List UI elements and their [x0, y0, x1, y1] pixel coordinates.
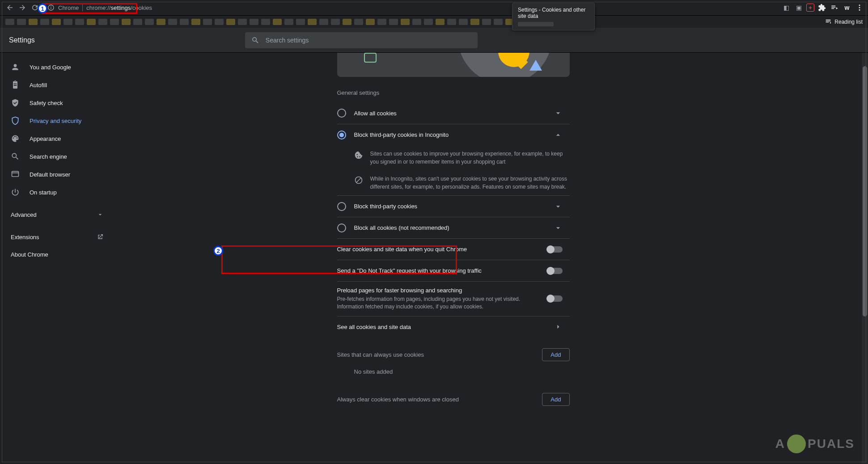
extensions-puzzle-icon[interactable]	[817, 3, 827, 13]
bookmark-item[interactable]	[273, 19, 282, 25]
bookmark-item[interactable]	[168, 19, 177, 25]
bookmark-item[interactable]	[494, 19, 503, 25]
bookmark-item[interactable]	[122, 19, 131, 25]
sidebar-item-appearance[interactable]: Appearance	[0, 130, 114, 148]
search-icon	[251, 36, 259, 44]
bookmark-item[interactable]	[110, 19, 119, 25]
search-settings-input[interactable]: Search settings	[245, 32, 478, 48]
bookmark-item[interactable]	[64, 19, 72, 25]
bookmark-item[interactable]	[319, 19, 328, 25]
bookmark-item[interactable]	[261, 19, 270, 25]
scrollbar-track[interactable]	[862, 53, 868, 464]
block-icon	[354, 176, 363, 185]
bookmark-item[interactable]	[40, 19, 49, 25]
option-block-third-party-incognito[interactable]: Block third-party cookies in Incognito	[337, 124, 570, 145]
option-block-all-cookies[interactable]: Block all cookies (not recommended)	[337, 217, 570, 238]
reading-list-button[interactable]: Reading list	[825, 18, 863, 25]
svg-point-1	[51, 6, 51, 7]
bookmark-item[interactable]	[226, 19, 235, 25]
sidebar-advanced-toggle[interactable]: Advanced	[0, 206, 114, 224]
chrome-menu-button[interactable]	[855, 3, 864, 13]
sidebar-item-safety-check[interactable]: Safety check	[0, 94, 114, 112]
bookmark-item[interactable]	[180, 19, 189, 25]
bookmark-item[interactable]	[250, 19, 258, 25]
bookmark-item[interactable]	[29, 19, 38, 25]
bookmark-item[interactable]	[52, 19, 61, 25]
forward-button[interactable]	[16, 1, 29, 14]
sidebar-item-default-browser[interactable]: Default browser	[0, 165, 114, 183]
radio-checked-icon	[337, 131, 346, 139]
bookmark-item[interactable]	[331, 19, 340, 25]
bookmark-item[interactable]	[470, 19, 479, 25]
search-icon	[11, 152, 20, 161]
bookmark-item[interactable]	[377, 19, 386, 25]
bookmark-item[interactable]	[133, 19, 142, 25]
address-bar[interactable]: Chrome chrome://settings/cookies	[43, 2, 157, 13]
bookmark-item[interactable]	[191, 19, 200, 25]
bookmark-item[interactable]	[157, 19, 165, 25]
watermark: A PUALS	[775, 434, 855, 453]
toggle-clear-on-quit[interactable]: Clear cookies and site data when you qui…	[337, 238, 570, 260]
toggle-switch[interactable]	[547, 268, 563, 274]
browser-toolbar: Chrome chrome://settings/cookies ◧ ▣ + w	[0, 0, 868, 15]
cookie-hero-illustration	[337, 53, 570, 77]
url-text: chrome://settings/cookies	[86, 4, 152, 11]
tooltip-title: Settings - Cookies and other site data	[518, 7, 589, 19]
tooltip-subtitle	[518, 22, 554, 26]
page-title: Settings	[9, 36, 35, 44]
url-divider	[82, 4, 83, 11]
back-button[interactable]	[4, 1, 16, 14]
toggle-switch[interactable]	[547, 295, 563, 302]
chevron-down-icon	[554, 109, 563, 118]
bookmark-item[interactable]	[98, 19, 107, 25]
svg-point-5	[859, 9, 860, 11]
scrollbar-thumb[interactable]	[863, 66, 867, 316]
bookmark-item[interactable]	[215, 19, 224, 25]
add-site-clear-button[interactable]: Add	[542, 393, 569, 406]
bookmark-item[interactable]	[308, 19, 317, 25]
bookmark-item[interactable]	[436, 19, 445, 25]
svg-point-4	[859, 7, 860, 8]
extension-icon-w[interactable]: w	[842, 3, 852, 13]
bookmark-item[interactable]	[5, 19, 14, 25]
bookmark-item[interactable]	[482, 19, 491, 25]
sidebar-extensions-link[interactable]: Extensions	[0, 228, 114, 246]
bookmark-item[interactable]	[75, 19, 84, 25]
bookmark-item[interactable]	[412, 19, 421, 25]
see-all-cookies-link[interactable]: See all cookies and site data	[337, 316, 570, 337]
detail-cookie-improve: Sites can use cookies to improve your br…	[337, 145, 570, 170]
sidebar-item-search-engine[interactable]: Search engine	[0, 148, 114, 165]
bookmark-item[interactable]	[296, 19, 305, 25]
option-allow-all-cookies[interactable]: Allow all cookies	[337, 102, 570, 124]
bookmark-item[interactable]	[401, 19, 410, 25]
sidebar-item-autofill[interactable]: Autofill	[0, 76, 114, 94]
sidebar-item-on-startup[interactable]: On startup	[0, 183, 114, 201]
bookmark-item[interactable]	[203, 19, 212, 25]
extension-icon-1[interactable]: ◧	[781, 3, 791, 13]
bookmark-item[interactable]	[389, 19, 398, 25]
bookmark-item[interactable]	[87, 19, 96, 25]
bookmark-item[interactable]	[447, 19, 456, 25]
extension-icon-ublock[interactable]: +	[806, 4, 814, 12]
bookmark-item[interactable]	[343, 19, 351, 25]
bookmark-item[interactable]	[459, 19, 468, 25]
bookmark-item[interactable]	[238, 19, 247, 25]
toggle-preload-pages[interactable]: Preload pages for faster browsing and se…	[337, 281, 570, 316]
sidebar-about-chrome[interactable]: About Chrome	[0, 246, 114, 263]
sidebar-item-privacy-security[interactable]: Privacy and security	[0, 112, 114, 130]
bookmark-item[interactable]	[354, 19, 363, 25]
bookmark-item[interactable]	[145, 19, 154, 25]
bookmark-item[interactable]	[17, 19, 26, 25]
extension-icon-2[interactable]: ▣	[794, 3, 804, 13]
bookmark-item[interactable]	[284, 19, 293, 25]
option-block-third-party[interactable]: Block third-party cookies	[337, 195, 570, 217]
bookmark-item[interactable]	[366, 19, 375, 25]
add-site-always-button[interactable]: Add	[542, 348, 569, 361]
toggle-do-not-track[interactable]: Send a "Do Not Track" request with your …	[337, 260, 570, 281]
reading-list-icon	[825, 18, 832, 25]
playlist-icon[interactable]	[830, 3, 839, 13]
watermark-logo-icon	[787, 434, 806, 453]
bookmark-item[interactable]	[424, 19, 433, 25]
toggle-switch[interactable]	[547, 246, 563, 253]
sidebar-item-you-and-google[interactable]: You and Google	[0, 58, 114, 76]
